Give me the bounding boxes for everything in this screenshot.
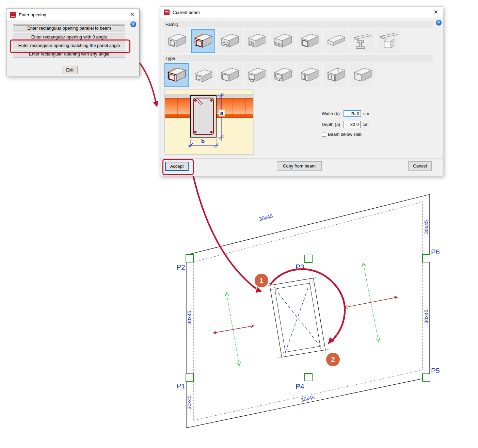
current-beam-dialog: Current beam ✕ ? Family Ty (160, 6, 443, 176)
family-icon-beam-in-clay-slab[interactable] (191, 29, 215, 53)
help-icon[interactable]: ? (436, 20, 442, 26)
opening-zero-angle-button[interactable]: Enter rectangular opening with 0 angle (13, 33, 125, 41)
close-icon[interactable]: ✕ (129, 11, 136, 18)
type-icon-flat-rect[interactable] (191, 63, 215, 87)
opening-panel-angle-button[interactable]: Enter rectangular opening matching the p… (13, 42, 125, 49)
column-markers (186, 255, 430, 381)
depth-input[interactable] (344, 121, 361, 128)
type-icon-tee-section[interactable] (271, 63, 295, 87)
beam-size-top: 30x45 (258, 213, 273, 222)
opening-rectangle[interactable] (265, 273, 330, 362)
beam-size-bottom: 30x45 (300, 394, 315, 403)
width-label: Width (b) (322, 111, 341, 116)
marker-p4 (305, 373, 312, 381)
family-icon-square-tube[interactable] (297, 29, 321, 53)
family-icon-hollow-core-grid[interactable] (244, 29, 268, 53)
copy-from-beam-button[interactable]: Copy from beam (277, 161, 322, 171)
span-direction-left (213, 293, 254, 365)
type-icon-section-bottom-notch[interactable] (244, 63, 268, 87)
span-direction-right (345, 263, 397, 341)
svg-text:2: 2 (331, 356, 335, 363)
step-badge-1: 1 (255, 274, 268, 287)
label-p1: P1 (176, 382, 185, 390)
label-p5: P5 (431, 367, 440, 374)
enter-opening-title: Enter opening (19, 12, 46, 17)
opening-parallel-button[interactable]: Enter rectangular opening parallel to be… (13, 24, 125, 32)
beam-below-slab-label: Beam below slab (328, 132, 362, 137)
label-p6: P6 (431, 248, 440, 256)
width-input[interactable] (344, 110, 361, 117)
family-section-header: Family (163, 21, 433, 28)
slab-outline (186, 194, 430, 428)
depth-unit: cm (363, 122, 368, 127)
svg-text:1: 1 (259, 277, 263, 284)
depth-label: Depth (a) (322, 122, 341, 127)
type-icon-plain-section[interactable] (350, 63, 375, 87)
marker-p5 (423, 374, 430, 381)
app-icon (10, 12, 16, 18)
beam-size-left-mid: 30x45 (186, 311, 192, 325)
family-icon-plank-with-dowels[interactable] (271, 29, 295, 53)
marker-p3 (305, 255, 312, 262)
beam-size-left-bottom: 30x45 (186, 396, 192, 410)
family-icon-double-tee[interactable] (218, 29, 242, 53)
dim-a-label: a (220, 110, 223, 116)
family-icon-row (164, 29, 401, 53)
exit-button[interactable]: Exit (62, 66, 78, 74)
enter-opening-dialog: Enter opening ✕ ? Enter rectangular open… (6, 9, 140, 76)
family-icon-beam-on-column[interactable] (377, 29, 401, 53)
accept-button[interactable]: Accept (165, 162, 189, 171)
marker-p6 (423, 255, 430, 262)
beam-section (191, 95, 216, 137)
close-icon[interactable]: ✕ (432, 9, 440, 16)
enter-opening-titlebar: Enter opening ✕ (6, 9, 139, 20)
separator (12, 62, 134, 62)
type-icon-double-cell[interactable] (297, 63, 321, 87)
family-icon-steel-ibeam[interactable] (350, 29, 375, 53)
beam-section-preview: a b (164, 90, 253, 154)
label-p4: P4 (296, 382, 304, 390)
type-icon-row (164, 63, 375, 87)
opening-diagonals (275, 283, 320, 352)
opening-any-angle-button[interactable]: Enter rectangular opening with any angle (13, 50, 125, 58)
width-unit: cm (363, 111, 369, 116)
family-icon-hollow-beam[interactable] (164, 29, 189, 53)
step-badge-2: 2 (326, 353, 340, 366)
opening-corner-ticks (265, 273, 330, 362)
beam-size-right-mid: 30x45 (423, 310, 429, 324)
cancel-button[interactable]: Cancel (408, 161, 432, 171)
label-p2: P2 (176, 263, 185, 271)
current-beam-titlebar: Current beam ✕ (160, 6, 443, 18)
label-p3: P3 (296, 263, 304, 271)
arrow-step1-to-step2 (270, 269, 345, 341)
marker-p2 (186, 255, 193, 262)
type-icon-square-section[interactable] (218, 63, 242, 87)
marker-p1 (186, 374, 193, 381)
dim-b-label: b (201, 138, 205, 144)
type-section-header: Type (163, 55, 433, 62)
type-icon-rect-in-clay-slab[interactable] (164, 63, 189, 87)
app-icon (164, 10, 170, 15)
help-icon[interactable]: ? (130, 21, 136, 27)
family-icon-flat-slab[interactable] (324, 29, 348, 53)
arrow-accept-to-plan (193, 174, 256, 289)
beam-dimensions-group: Width (b) cm Depth (a) cm Beam below sla… (319, 107, 371, 139)
beam-below-slab-checkbox[interactable] (322, 132, 326, 137)
type-icon-double-cell-ribbed[interactable] (324, 63, 348, 87)
beam-size-right-top: 30x45 (423, 220, 429, 234)
current-beam-title: Current beam (173, 10, 200, 15)
